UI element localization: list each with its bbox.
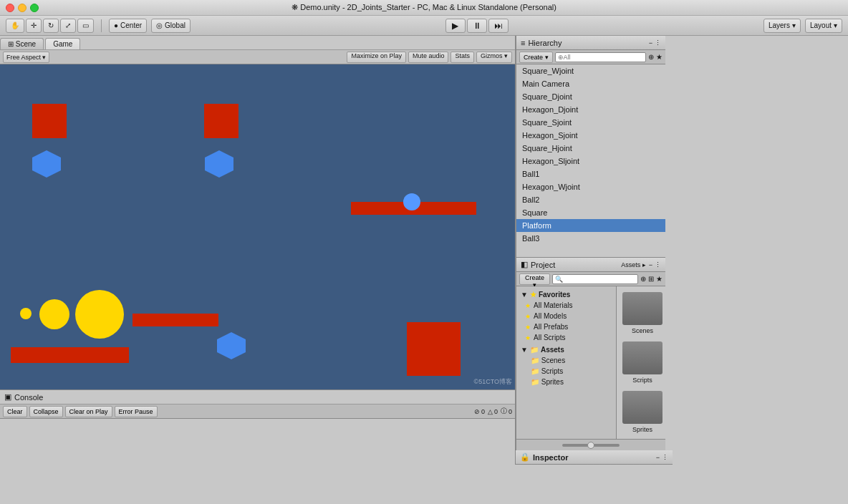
all-materials-item[interactable]: ★ All Materials <box>516 300 616 311</box>
blue-hex-3 <box>215 331 248 362</box>
chevron-down-icon-fav: ▼ <box>521 291 528 299</box>
traffic-lights <box>6 4 39 12</box>
hierarchy-item-ball2[interactable]: Ball2 <box>516 193 665 206</box>
layout-dropdown[interactable]: Layout ▾ <box>805 19 842 33</box>
scripts-folder[interactable]: Scripts <box>622 341 662 384</box>
sprites-folder[interactable]: Sprites <box>622 391 662 433</box>
hierarchy-lock-icon[interactable]: ⋮ <box>655 39 661 47</box>
hierarchy-item-square-sjoint[interactable]: Square_Sjoint <box>516 116 665 129</box>
game-toolbar: Free Aspect ▾ Maximize on Play Mute audi… <box>0 50 515 64</box>
hierarchy-item-ball3[interactable]: Ball3 <box>516 232 665 245</box>
hierarchy-item-platform[interactable]: Platform <box>516 219 665 232</box>
watermark: ©51CTO博客 <box>474 377 512 387</box>
hierarchy-icon: ≡ <box>521 39 525 47</box>
scripts-item[interactable]: 📁 Scripts <box>516 366 616 377</box>
star-icon[interactable]: ★ <box>656 53 662 61</box>
aspect-select[interactable]: Free Aspect ▾ <box>3 52 49 63</box>
star-icon-mat: ★ <box>525 302 531 309</box>
hierarchy-toolbar: Create ▾ ⊕ ★ <box>516 50 665 64</box>
console-panel: ▣ Console Clear Collapse Clear on Play E… <box>0 389 515 504</box>
favorites-header[interactable]: ▼ ★ Favorites <box>516 289 616 300</box>
project-panel: ◧ Project Assets ▸ − ⋮ Create ▾ ⊕ ⊞ ★ <box>516 258 665 450</box>
zoom-slider-thumb[interactable] <box>587 442 594 449</box>
all-prefabs-item[interactable]: ★ All Prefabs <box>516 321 616 332</box>
project-assets-view: Scenes Scripts Sprites <box>617 286 665 439</box>
scale-icon: ⤢ <box>65 21 71 29</box>
play-button[interactable]: ▶ <box>445 19 466 33</box>
hierarchy-item-hexagon-sljoint[interactable]: Hexagon_Sljoint <box>516 155 665 168</box>
hierarchy-item-hexagon-sjoint[interactable]: Hexagon_Sjoint <box>516 129 665 142</box>
globe-icon: ◎ <box>156 21 163 29</box>
project-search-input[interactable] <box>552 274 638 284</box>
hierarchy-collapse-icon[interactable]: − <box>649 39 652 47</box>
tab-scene[interactable]: ⊞ Scene <box>0 38 44 49</box>
window-title: ❋ Demo.unity - 2D_Joints_Starter - PC, M… <box>292 3 556 12</box>
all-models-item[interactable]: ★ All Models <box>516 311 616 321</box>
console-toolbar: Clear Collapse Clear on Play Error Pause… <box>0 404 515 419</box>
inspector-collapse-icon[interactable]: − <box>656 454 660 461</box>
transform-tools: ✋ ✛ ↻ ⤢ ▭ <box>6 19 94 33</box>
hierarchy-item-square-wjoint[interactable]: Square_Wjoint <box>516 64 665 77</box>
inspector-lock-icon[interactable]: ⋮ <box>662 454 668 461</box>
gizmos-btn[interactable]: Gizmos ▾ <box>476 52 512 63</box>
red-square-2 <box>204 104 238 138</box>
project-create-btn[interactable]: Create ▾ <box>519 273 550 285</box>
hierarchy-item-hexagon-wjoint[interactable]: Hexagon_Wjoint <box>516 180 665 193</box>
scale-tool[interactable]: ⤢ <box>60 19 76 33</box>
scenes-folder[interactable]: Scenes <box>622 292 662 334</box>
hierarchy-item-square-djoint[interactable]: Square_Djoint <box>516 90 665 103</box>
main-area: ⊞ Scene Game Free Aspect ▾ Maximize on P… <box>0 36 848 504</box>
center-button[interactable]: ● Center <box>109 19 147 33</box>
pause-button[interactable]: ⏸ <box>467 19 487 33</box>
sprites-item[interactable]: 📁 Sprites <box>516 377 616 387</box>
stats-btn[interactable]: Stats <box>450 52 474 63</box>
scenes-item[interactable]: 📁 Scenes <box>516 355 616 366</box>
rotate-tool[interactable]: ↻ <box>43 19 59 33</box>
center-dot-icon: ● <box>114 21 118 29</box>
filter-icon-2[interactable]: ⊕ <box>640 275 646 283</box>
hand-tool[interactable]: ✋ <box>6 19 24 33</box>
hierarchy-search-input[interactable] <box>555 52 646 62</box>
all-scripts-item[interactable]: ★ All Scripts <box>516 332 616 343</box>
close-button[interactable] <box>6 4 14 12</box>
chevron-down-icon: ▾ <box>792 21 796 29</box>
hierarchy-item-main-camera[interactable]: Main Camera <box>516 77 665 90</box>
hierarchy-item-square[interactable]: Square <box>516 206 665 219</box>
blue-hex-2 <box>203 149 236 180</box>
maximize-button[interactable] <box>30 4 39 12</box>
rect-tool[interactable]: ▭ <box>77 19 94 33</box>
clear-on-play-btn[interactable]: Clear on Play <box>65 406 112 417</box>
project-lock-icon[interactable]: ⋮ <box>655 261 661 268</box>
left-panel: ⊞ Scene Game Free Aspect ▾ Maximize on P… <box>0 36 515 504</box>
clear-btn[interactable]: Clear <box>3 406 27 417</box>
hierarchy-create-btn[interactable]: Create ▾ <box>519 52 553 63</box>
project-title: Project <box>531 261 621 269</box>
hierarchy-item-hexagon-djoint[interactable]: Hexagon_Djoint <box>516 103 665 116</box>
maximize-on-play-btn[interactable]: Maximize on Play <box>347 52 406 63</box>
error-pause-btn[interactable]: Error Pause <box>115 406 158 417</box>
zoom-slider-track <box>562 444 620 447</box>
hierarchy-item-ball1[interactable]: Ball1 <box>516 168 665 180</box>
mute-audio-btn[interactable]: Mute audio <box>408 52 449 63</box>
project-collapse-icon[interactable]: − <box>649 261 652 268</box>
star-icon-2[interactable]: ★ <box>656 275 662 283</box>
filter-icon[interactable]: ⊕ <box>648 53 654 61</box>
collapse-btn[interactable]: Collapse <box>29 406 63 417</box>
scenes-folder-icon-big <box>622 292 662 325</box>
hierarchy-item-square-hjoint[interactable]: Square_Hjoint <box>516 142 665 155</box>
assets-section: ▼ 📁 Assets 📁 Scenes 📁 Scripts <box>516 344 616 387</box>
tab-game[interactable]: Game <box>45 38 80 49</box>
project-assets-label[interactable]: Assets ▸ <box>621 261 646 268</box>
move-tool[interactable]: ✛ <box>26 19 42 33</box>
minimize-button[interactable] <box>18 4 26 12</box>
red-square-br <box>407 322 461 376</box>
console-content <box>0 419 515 504</box>
step-button[interactable]: ⏭ <box>488 19 509 33</box>
scenes-folder-icon: 📁 <box>531 357 539 364</box>
filter-icon-3[interactable]: ⊞ <box>648 275 654 283</box>
error-badge: ⊘ 0 <box>474 408 485 415</box>
layers-dropdown[interactable]: Layers ▾ <box>763 19 801 33</box>
chevron-icon: ▾ <box>42 54 46 61</box>
global-button[interactable]: ◎ Global <box>151 19 191 33</box>
assets-header[interactable]: ▼ 📁 Assets <box>516 344 616 355</box>
